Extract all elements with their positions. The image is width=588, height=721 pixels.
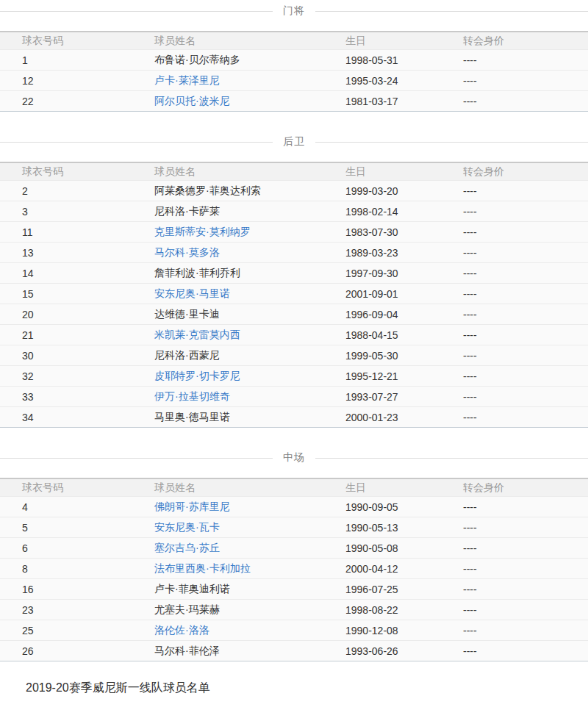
roster-table: 球衣号码 球员姓名 生日 转会身价 1 布鲁诺·贝尔蒂纳多 1998-05-31… xyxy=(0,31,588,112)
player-name-cell: 洛伦佐·洛洛 xyxy=(132,620,323,641)
player-name-link[interactable]: 卢卡·莱泽里尼 xyxy=(154,74,220,86)
jersey-number-cell: 12 xyxy=(0,71,132,91)
column-header-birthday: 生日 xyxy=(323,478,441,497)
player-row: 25 洛伦佐·洛洛 1990-12-08 ---- xyxy=(0,620,588,641)
birthday-cell: 1983-07-30 xyxy=(323,222,441,243)
divider-line-left xyxy=(0,142,273,143)
roster-section: 门将 球衣号码 球员姓名 生日 转会身价 1 布鲁诺·贝尔蒂纳多 1998-05… xyxy=(0,3,588,112)
column-header-number: 球衣号码 xyxy=(0,162,132,181)
player-name-cell: 法布里西奥·卡利加拉 xyxy=(132,559,323,579)
player-name-cell: 皮耶特罗·切卡罗尼 xyxy=(132,366,323,387)
player-row: 30 尼科洛·西蒙尼 1999-05-30 ---- xyxy=(0,345,588,366)
player-name-cell: 佛朗哥·苏库里尼 xyxy=(132,497,323,517)
birthday-cell: 1993-06-26 xyxy=(323,641,441,661)
column-header-birthday: 生日 xyxy=(323,32,441,50)
column-header-value: 转会身价 xyxy=(441,162,588,181)
column-header-number: 球衣号码 xyxy=(0,32,132,50)
player-row: 32 皮耶特罗·切卡罗尼 1995-12-21 ---- xyxy=(0,366,588,387)
divider-line-left xyxy=(0,458,273,459)
player-name-cell: 达维德·里卡迪 xyxy=(132,304,323,325)
jersey-number-cell: 3 xyxy=(0,201,132,222)
player-name-link[interactable]: 阿尔贝托·波米尼 xyxy=(154,95,230,107)
jersey-number-cell: 1 xyxy=(0,50,132,71)
column-header-birthday: 生日 xyxy=(323,162,441,181)
jersey-number-cell: 13 xyxy=(0,243,132,263)
player-name-cell: 马尔科·莫多洛 xyxy=(132,243,323,263)
divider-line-right xyxy=(315,11,588,12)
player-name-link[interactable]: 安东尼奥·马里诺 xyxy=(154,287,230,299)
jersey-number-cell: 32 xyxy=(0,366,132,387)
birthday-cell: 1981-03-17 xyxy=(323,91,441,112)
birthday-cell: 2000-04-12 xyxy=(323,559,441,579)
player-name-link[interactable]: 马尔科·莫多洛 xyxy=(154,246,220,258)
transfer-value-cell: ---- xyxy=(441,243,588,263)
player-row: 13 马尔科·莫多洛 1989-03-23 ---- xyxy=(0,243,588,263)
player-name-link[interactable]: 伊万·拉基切维奇 xyxy=(154,390,230,402)
player-row: 1 布鲁诺·贝尔蒂纳多 1998-05-31 ---- xyxy=(0,50,588,71)
player-row: 26 马尔科·菲伦泽 1993-06-26 ---- xyxy=(0,641,588,661)
player-name-link[interactable]: 皮耶特罗·切卡罗尼 xyxy=(154,370,240,381)
player-name: 詹菲利波·菲利乔利 xyxy=(154,267,240,279)
column-header-value: 转会身价 xyxy=(441,32,588,50)
transfer-value-cell: ---- xyxy=(441,366,588,387)
player-name-link[interactable]: 洛伦佐·洛洛 xyxy=(154,624,209,636)
divider-line-right xyxy=(315,142,588,143)
player-name-cell: 卢卡·莱泽里尼 xyxy=(132,71,323,91)
player-name-cell: 阿尔贝托·波米尼 xyxy=(132,91,323,112)
column-header-value: 转会身价 xyxy=(441,478,588,497)
roster-table: 球衣号码 球员姓名 生日 转会身价 2 阿莱桑德罗·菲奥达利索 1999-03-… xyxy=(0,162,588,428)
jersey-number-cell: 15 xyxy=(0,284,132,304)
divider-line-right xyxy=(315,458,588,459)
player-row: 22 阿尔贝托·波米尼 1981-03-17 ---- xyxy=(0,91,588,112)
player-row: 33 伊万·拉基切维奇 1993-07-27 ---- xyxy=(0,387,588,407)
transfer-value-cell: ---- xyxy=(441,559,588,579)
transfer-value-cell: ---- xyxy=(441,91,588,112)
jersey-number-cell: 30 xyxy=(0,345,132,366)
section-title-text: 门将 xyxy=(283,4,305,18)
birthday-cell: 1996-07-25 xyxy=(323,579,441,600)
birthday-cell: 1988-04-15 xyxy=(323,325,441,345)
player-name-link[interactable]: 塞尔吉乌·苏丘 xyxy=(154,542,220,553)
transfer-value-cell: ---- xyxy=(441,620,588,641)
transfer-value-cell: ---- xyxy=(441,407,588,428)
caption: 2019-20赛季威尼斯一线队球员名单 xyxy=(26,681,588,696)
transfer-value-cell: ---- xyxy=(441,71,588,91)
player-row: 21 米凯莱·克雷莫内西 1988-04-15 ---- xyxy=(0,325,588,345)
player-name: 阿莱桑德罗·菲奥达利索 xyxy=(154,184,261,196)
birthday-cell: 1990-05-13 xyxy=(323,517,441,538)
birthday-cell: 1989-03-23 xyxy=(323,243,441,263)
transfer-value-cell: ---- xyxy=(441,517,588,538)
player-name-cell: 安东尼奥·瓦卡 xyxy=(132,517,323,538)
transfer-value-cell: ---- xyxy=(441,600,588,620)
player-name-link[interactable]: 法布里西奥·卡利加拉 xyxy=(154,562,251,574)
player-name-link[interactable]: 米凯莱·克雷莫内西 xyxy=(154,329,240,340)
player-name-link[interactable]: 克里斯蒂安·莫利纳罗 xyxy=(154,226,251,237)
table-header-row: 球衣号码 球员姓名 生日 转会身价 xyxy=(0,478,588,497)
player-name-cell: 詹菲利波·菲利乔利 xyxy=(132,263,323,284)
birthday-cell: 1995-12-21 xyxy=(323,366,441,387)
roster-sections: 门将 球衣号码 球员姓名 生日 转会身价 1 布鲁诺·贝尔蒂纳多 1998-05… xyxy=(0,3,588,661)
roster-section: 中场 球衣号码 球员姓名 生日 转会身价 4 佛朗哥·苏库里尼 1990-09-… xyxy=(0,450,588,661)
player-roster-page: 门将 球衣号码 球员姓名 生日 转会身价 1 布鲁诺·贝尔蒂纳多 1998-05… xyxy=(0,3,588,696)
divider-line-left xyxy=(0,11,273,12)
player-name: 尤塞夫·玛莱赫 xyxy=(154,603,220,615)
birthday-cell: 1996-09-04 xyxy=(323,304,441,325)
player-name-link[interactable]: 安东尼奥·瓦卡 xyxy=(154,521,220,533)
birthday-cell: 1997-09-30 xyxy=(323,263,441,284)
player-name-cell: 米凯莱·克雷莫内西 xyxy=(132,325,323,345)
player-row: 3 尼科洛·卡萨莱 1998-02-14 ---- xyxy=(0,201,588,222)
birthday-cell: 1998-08-22 xyxy=(323,600,441,620)
player-name-cell: 克里斯蒂安·莫利纳罗 xyxy=(132,222,323,243)
transfer-value-cell: ---- xyxy=(441,181,588,201)
transfer-value-cell: ---- xyxy=(441,304,588,325)
player-name-cell: 塞尔吉乌·苏丘 xyxy=(132,538,323,559)
player-name: 尼科洛·卡萨莱 xyxy=(154,205,220,217)
section-title-text: 后卫 xyxy=(283,135,305,148)
section-title: 中场 xyxy=(0,450,588,466)
player-name-link[interactable]: 佛朗哥·苏库里尼 xyxy=(154,501,230,512)
player-name-cell: 尼科洛·西蒙尼 xyxy=(132,345,323,366)
player-name: 尼科洛·西蒙尼 xyxy=(154,349,220,361)
transfer-value-cell: ---- xyxy=(441,579,588,600)
column-header-name: 球员姓名 xyxy=(132,478,323,497)
roster-section: 后卫 球衣号码 球员姓名 生日 转会身价 2 阿莱桑德罗·菲奥达利索 1999-… xyxy=(0,134,588,428)
